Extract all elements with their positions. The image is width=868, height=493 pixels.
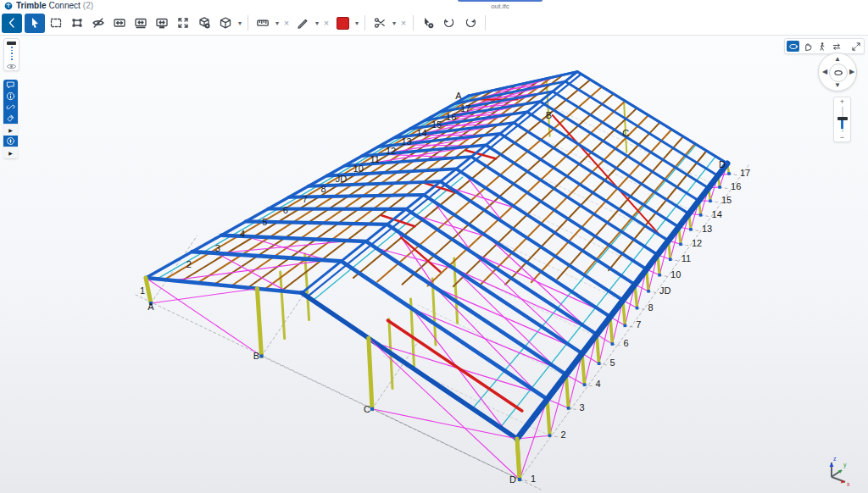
measure-tool[interactable] [253,14,273,33]
grid-label: 3 [580,402,585,413]
active-tab-indicator [458,0,542,2]
grid-label: JD [336,174,348,184]
grid-label: 6 [283,205,288,215]
clear-tool-button[interactable]: × [321,18,331,28]
navigation-mode-toolbar [784,38,865,54]
zoom-slider-track[interactable] [842,107,843,132]
toolbar-separator [248,15,248,30]
orbit-center-icon[interactable] [829,64,848,82]
main-toolbar: ▾▾×▾×▾▾× [0,11,868,36]
toolbar-separator [364,15,365,30]
grid-label: D [719,159,726,169]
grid-label: 13 [702,224,712,234]
grid-label: 11 [370,154,379,164]
z-axis-label: z [833,456,837,462]
grid-label: 8 [648,302,654,313]
steel-structure: 1122334455667788JDJD10101111121213131414… [136,72,750,490]
view-panel-bottom-tool[interactable] [152,14,172,33]
orbit-tool[interactable] [787,41,799,52]
walk-tool[interactable] [815,41,828,52]
fit-to-view-tool[interactable] [173,14,193,33]
model-options-tool[interactable] [194,14,214,33]
clear-tool-button[interactable]: × [398,18,409,28]
grid-label: 14 [712,209,722,219]
view-panel-center-tool[interactable] [131,14,151,33]
markup-draw-tool[interactable] [292,14,313,33]
y-axis-label: y [843,462,847,468]
grid-label: 17 [740,168,750,178]
z-axis-arrow [830,463,834,467]
zoom-in-button[interactable]: + [840,97,844,106]
pick-settings-tool[interactable] [418,14,438,33]
app-header: Trimble Connect (2) out.ifc [0,0,868,11]
zoom-slider[interactable]: + − [833,97,851,142]
grid-label: B [546,110,552,120]
transparency-slider[interactable] [3,38,19,71]
grid-label: 12 [386,146,396,156]
rotate-up-chevron[interactable]: ▲ [834,56,841,63]
select-tool[interactable] [25,14,45,33]
expand-panel-bottom[interactable]: ▶ [3,147,18,158]
dropdown-caret[interactable]: ▾ [236,19,243,27]
dropdown-caret[interactable]: ▾ [391,19,398,27]
rotate-left-chevron[interactable]: ◀ [821,69,828,75]
grid-label: 2 [186,259,192,269]
model-viewport[interactable]: 1122334455667788JDJD10101111121213131414… [0,36,868,493]
toolbar-separator [485,15,486,30]
fullscreen-tool[interactable] [849,41,862,52]
transparency-slider-track[interactable] [11,47,13,61]
explode-tool[interactable] [3,136,18,147]
expand-arrow-icon: ▶ [8,128,13,133]
pan-tool[interactable] [801,41,814,52]
polygon-select-tool[interactable] [67,14,87,33]
grid-label: 15 [431,119,442,130]
view-panel-left-tool[interactable] [109,14,130,33]
grid-label: 13 [401,136,411,147]
grid-label: 7 [636,319,641,330]
model-tab-label[interactable]: out.ifc [458,3,542,10]
zoom-out-button[interactable]: − [840,133,844,141]
grid-label: C [622,128,629,138]
trimble-logo-icon [4,2,13,10]
views-cube-tool[interactable] [215,14,236,33]
clip-plane-tool[interactable] [370,14,390,33]
grid-label: 16 [731,181,741,191]
marquee-select-tool[interactable] [46,14,66,33]
dropdown-caret[interactable]: ▾ [274,19,281,27]
model-3d-view[interactable]: 1122334455667788JDJD10101111121213131414… [0,36,868,493]
grid-label: 10 [353,163,364,174]
object-info-tool[interactable] [3,91,18,102]
undo-button[interactable] [439,14,459,33]
back-button[interactable] [2,14,22,33]
redo-button[interactable] [460,14,481,33]
clear-tool-button[interactable]: × [281,18,292,28]
grid-label: 8 [321,184,326,194]
expand-panel-top[interactable]: ▶ [3,124,18,136]
grid-label: 4 [596,379,601,389]
transparency-slider-handle[interactable] [7,42,16,45]
dropdown-caret[interactable]: ▾ [314,19,320,27]
rotate-right-chevron[interactable]: ▶ [849,69,855,75]
zoom-slider-handle[interactable] [837,117,848,120]
grid-label: A [455,91,462,101]
markup-comment-tool[interactable] [3,80,18,91]
grid-label: 12 [692,238,702,248]
grid-label: 6 [623,338,628,348]
model-count-badge: (2) [83,1,93,10]
x-axis-label: x [847,481,850,487]
grid-label: A [147,302,154,312]
link-tool[interactable] [3,102,18,113]
markup-color-swatch[interactable] [332,14,353,33]
grid-label: 16 [446,112,456,122]
grid-label: 5 [262,217,267,227]
grid-label: C [364,404,370,414]
hide-objects-tool[interactable] [88,14,108,33]
rotate-down-chevron[interactable]: ▼ [834,82,841,89]
paint-tool[interactable] [3,113,18,124]
grid-label: 15 [721,195,732,205]
swap-view-tool[interactable] [830,41,843,52]
orbit-navigation-wheel[interactable]: ▲ ◀ ▶ ▼ [818,53,857,91]
expand-arrow-icon: ▶ [8,151,13,156]
dropdown-caret[interactable]: ▾ [353,19,360,27]
grid-label: 11 [682,253,691,263]
